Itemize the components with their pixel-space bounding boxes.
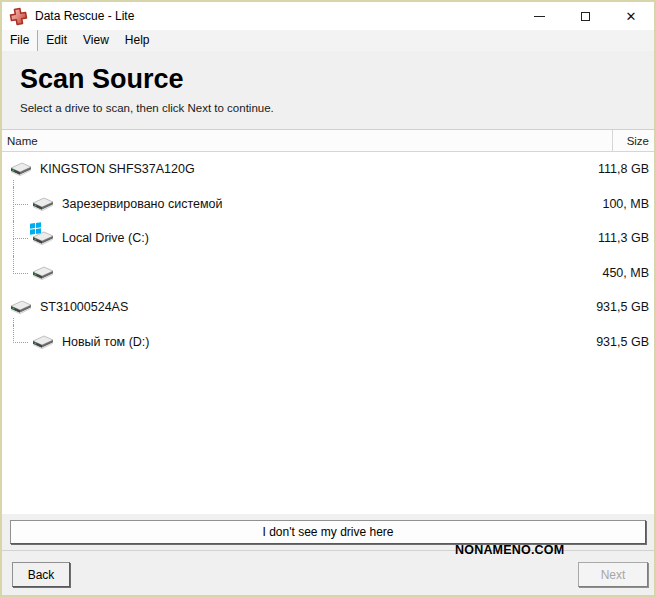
column-header-name[interactable]: Name <box>2 135 612 147</box>
hard-drive-icon <box>31 195 55 213</box>
menu-item-help[interactable]: Help <box>117 30 158 51</box>
minimize-button[interactable] <box>516 2 562 30</box>
red-cross-icon <box>9 7 28 26</box>
hard-drive-icon <box>9 298 33 316</box>
drive-size: 111,3 GB <box>598 231 649 245</box>
hard-drive-icon <box>31 264 55 282</box>
drive-row[interactable]: Зарезервировано системой100, MB <box>2 187 654 222</box>
drive-row[interactable]: Local Drive (C:)111,3 GB <box>2 221 654 256</box>
dont-see-drive-button[interactable]: I don't see my drive here <box>10 520 646 544</box>
drive-size: 111,8 GB <box>598 162 649 176</box>
app-window: Data Rescue - Lite ✕ FileEditViewHelp Sc… <box>0 0 656 597</box>
drive-list: KINGSTON SHFS37A120G111,8 GBЗарезервиров… <box>2 152 654 514</box>
window-title: Data Rescue - Lite <box>35 9 516 23</box>
watermark: NONAMENO.COM <box>455 543 564 557</box>
maximize-button[interactable] <box>562 2 608 30</box>
drive-row[interactable]: KINGSTON SHFS37A120G111,8 GB <box>2 152 654 187</box>
hard-drive-icon <box>31 333 55 351</box>
drive-row[interactable]: Новый том (D:)931,5 GB <box>2 325 654 360</box>
drive-size: 931,5 GB <box>596 300 649 314</box>
column-header-size[interactable]: Size <box>612 130 654 151</box>
drive-size: 931,5 GB <box>596 335 649 349</box>
drive-name: Local Drive (C:) <box>62 231 149 245</box>
hard-drive-windows-icon <box>31 229 55 247</box>
table-header: Name Size <box>2 129 654 152</box>
back-button[interactable]: Back <box>12 562 70 587</box>
close-icon: ✕ <box>626 10 637 23</box>
menu-item-edit[interactable]: Edit <box>38 30 75 51</box>
windows-flag-icon <box>30 223 41 235</box>
footer: NONAMENO.COM Back Next <box>2 550 654 595</box>
drive-size: 450, MB <box>602 266 649 280</box>
titlebar: Data Rescue - Lite ✕ <box>2 2 654 30</box>
menu-item-file[interactable]: File <box>2 30 38 51</box>
drive-row[interactable]: ST31000524AS931,5 GB <box>2 290 654 325</box>
menubar: FileEditViewHelp <box>2 30 654 51</box>
drive-row[interactable]: 450, MB <box>2 256 654 291</box>
maximize-icon <box>581 12 590 21</box>
drive-size: 100, MB <box>602 197 649 211</box>
drive-name: ST31000524AS <box>40 300 128 314</box>
drive-name: Новый том (D:) <box>62 335 150 349</box>
page-title: Scan Source <box>20 64 654 95</box>
close-button[interactable]: ✕ <box>608 2 654 30</box>
next-button[interactable]: Next <box>578 562 648 587</box>
drive-name: Зарезервировано системой <box>62 197 222 211</box>
menu-item-view[interactable]: View <box>75 30 117 51</box>
minimize-icon <box>534 16 545 17</box>
hard-drive-icon <box>9 160 33 178</box>
page-subtitle: Select a drive to scan, then click Next … <box>20 102 654 114</box>
page-header: Scan Source Select a drive to scan, then… <box>2 51 654 129</box>
drive-name: KINGSTON SHFS37A120G <box>40 162 195 176</box>
